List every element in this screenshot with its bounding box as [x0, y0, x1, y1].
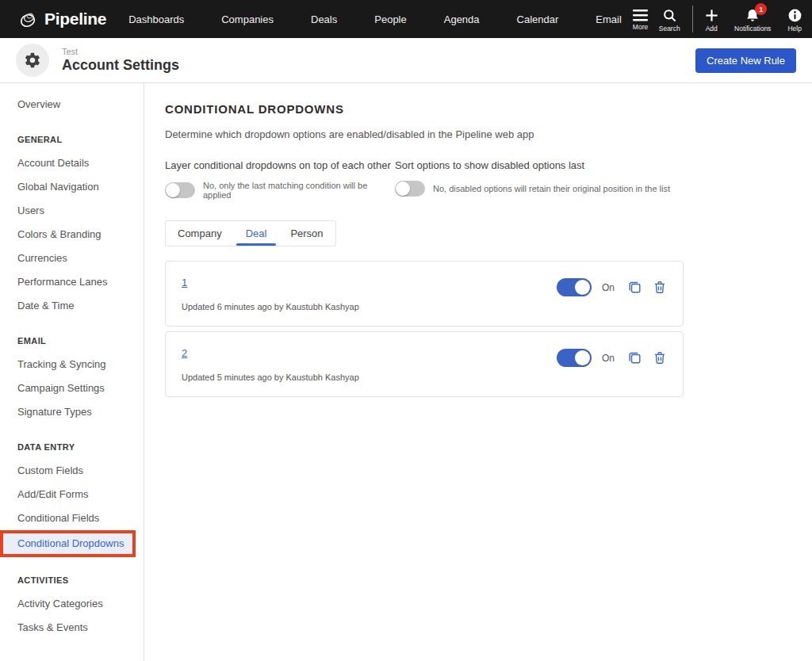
tab-person[interactable]: Person: [278, 221, 335, 246]
toggle-caption: No, disabled options will retain their o…: [433, 184, 670, 193]
nav-item-deals[interactable]: Deals: [311, 13, 337, 25]
sidebar-item-conditional-fields[interactable]: Conditional Fields: [0, 506, 144, 530]
nav-notifications-button[interactable]: 1 Notifications: [728, 6, 777, 32]
create-new-rule-button[interactable]: Create New Rule: [695, 48, 796, 73]
sidebar-item-performance-lanes[interactable]: Performance Lanes: [0, 270, 144, 294]
nav-item-email[interactable]: Email: [596, 13, 622, 25]
sort-options-toggle[interactable]: [395, 181, 425, 197]
pipeline-swirl-icon: [17, 9, 38, 29]
rule-name-link[interactable]: 1: [182, 277, 187, 288]
sidebar-item-activity-categories[interactable]: Activity Categories: [0, 592, 144, 616]
notification-badge: 1: [755, 3, 767, 15]
sidebar-item-conditional-dropdowns-highlighted[interactable]: Conditional Dropdowns: [0, 530, 136, 557]
page-header: Test Account Settings Create New Rule: [0, 38, 812, 83]
rule-name-link[interactable]: 2: [182, 347, 187, 359]
sidebar-item-global-navigation[interactable]: Global Navigation: [0, 175, 144, 199]
sidebar-item-tracking-syncing[interactable]: Tracking & Syncing: [0, 353, 144, 376]
toggle-state-label: On: [602, 282, 615, 293]
toggle-state-label: On: [602, 353, 615, 364]
notifications-label: Notifications: [734, 25, 771, 32]
sidebar-section-data-entry: DATA ENTRY: [0, 435, 144, 459]
hamburger-icon: [633, 10, 648, 21]
nav-links: Dashboards Companies Deals People Agenda…: [128, 13, 622, 25]
nav-item-companies[interactable]: Companies: [221, 13, 274, 25]
section-title: CONDITIONAL DROPDOWNS: [165, 102, 812, 116]
sidebar-item-currencies[interactable]: Currencies: [0, 246, 144, 270]
copy-icon: [627, 350, 642, 365]
sidebar-item-add-edit-forms[interactable]: Add/Edit Forms: [0, 483, 144, 506]
nav-more-button[interactable]: More: [633, 7, 648, 31]
nav-icon-group: Search Add 1 Notifications Help: [648, 6, 812, 32]
sidebar-item-overview[interactable]: Overview: [0, 93, 144, 117]
sidebar-item-colors-branding[interactable]: Colors & Branding: [0, 223, 144, 246]
sidebar-section-email: EMAIL: [0, 329, 144, 353]
sidebar-item-tasks-events[interactable]: Tasks & Events: [0, 616, 144, 640]
sidebar-section-general: GENERAL: [0, 128, 144, 151]
sidebar-section-activities: ACTIVITIES: [0, 568, 144, 592]
page-title: Account Settings: [62, 57, 179, 74]
rule-card: 2 Updated 5 minutes ago by Kaustubh Kash…: [165, 331, 684, 397]
pipeline-logo[interactable]: Pipeline: [17, 9, 106, 29]
setting-label: Layer conditional dropdowns on top of ea…: [165, 159, 395, 171]
nav-item-dashboards[interactable]: Dashboards: [128, 13, 184, 25]
bell-icon: 1: [745, 8, 760, 23]
entity-tabs: Company Deal Person: [165, 220, 336, 246]
sidebar-item-custom-fields[interactable]: Custom Fields: [0, 459, 144, 483]
title-block: Test Account Settings: [62, 47, 179, 74]
rule-card: 1 Updated 6 minutes ago by Kaustubh Kash…: [165, 261, 684, 327]
add-label: Add: [706, 25, 718, 32]
plus-icon: [704, 8, 719, 23]
help-label: Help: [787, 25, 801, 32]
nav-search-button[interactable]: Search: [648, 6, 691, 32]
nav-item-calendar[interactable]: Calendar: [517, 13, 559, 25]
trash-icon: [653, 280, 667, 295]
account-name: Test: [62, 47, 179, 56]
setting-layer-dropdowns: Layer conditional dropdowns on top of ea…: [165, 159, 395, 200]
sidebar-item-campaign-settings[interactable]: Campaign Settings: [0, 376, 144, 400]
sidebar-item-signature-types[interactable]: Signature Types: [0, 400, 144, 424]
toggle-caption: No, only the last matching condition wil…: [203, 181, 395, 200]
settings-avatar: [16, 44, 49, 77]
layer-dropdowns-toggle[interactable]: [165, 182, 195, 198]
more-label: More: [633, 23, 648, 31]
sidebar-item-account-details[interactable]: Account Details: [0, 151, 144, 175]
top-navigation-bar: Pipeline Dashboards Companies Deals Peop…: [0, 0, 812, 38]
trash-icon: [653, 350, 667, 365]
brand-name: Pipeline: [44, 10, 106, 29]
rule-updated-text: Updated 5 minutes ago by Kaustubh Kashya…: [182, 373, 667, 382]
main-content: CONDITIONAL DROPDOWNS Determine which dr…: [144, 83, 812, 661]
sidebar-item-date-time[interactable]: Date & Time: [0, 294, 144, 318]
delete-rule-button[interactable]: [653, 280, 667, 295]
section-description: Determine which dropdown options are ena…: [165, 128, 812, 140]
info-icon: [787, 8, 802, 23]
delete-rule-button[interactable]: [653, 350, 667, 365]
duplicate-rule-button[interactable]: [627, 280, 642, 295]
nav-add-button[interactable]: Add: [695, 6, 728, 32]
nav-help-button[interactable]: Help: [777, 6, 812, 32]
rule-updated-text: Updated 6 minutes ago by Kaustubh Kashya…: [182, 302, 667, 311]
duplicate-rule-button[interactable]: [627, 350, 642, 365]
nav-item-people[interactable]: People: [374, 13, 406, 25]
copy-icon: [627, 280, 642, 295]
sidebar-item-users[interactable]: Users: [0, 199, 144, 223]
setting-label: Sort options to show disabled options la…: [395, 159, 670, 171]
tab-deal[interactable]: Deal: [234, 221, 279, 246]
nav-divider: [692, 6, 693, 32]
settings-sidebar: Overview GENERAL Account Details Global …: [0, 83, 144, 661]
gear-icon: [25, 52, 40, 68]
tab-company[interactable]: Company: [166, 221, 234, 246]
nav-item-agenda[interactable]: Agenda: [444, 13, 480, 25]
search-icon: [662, 8, 677, 23]
settings-row: Layer conditional dropdowns on top of ea…: [165, 159, 812, 200]
rule-enabled-toggle[interactable]: [557, 278, 592, 296]
rule-enabled-toggle[interactable]: [557, 349, 592, 367]
setting-sort-options: Sort options to show disabled options la…: [395, 159, 670, 200]
search-label: Search: [659, 25, 680, 32]
